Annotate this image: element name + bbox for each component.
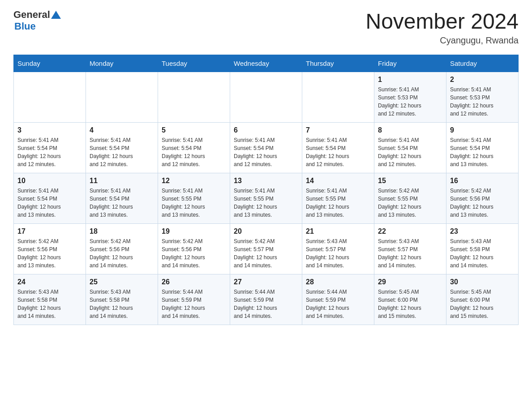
calendar-cell: 6Sunrise: 5:41 AMSunset: 5:54 PMDaylight… (230, 123, 302, 173)
calendar-cell: 13Sunrise: 5:41 AMSunset: 5:55 PMDayligh… (230, 173, 302, 224)
day-info: Sunrise: 5:41 AMSunset: 5:54 PMDaylight:… (378, 136, 442, 168)
location-title: Cyangugu, Rwanda (365, 35, 519, 46)
day-info: Sunrise: 5:43 AMSunset: 5:58 PMDaylight:… (17, 288, 82, 320)
logo: General Blue (13, 9, 61, 32)
calendar-cell: 11Sunrise: 5:41 AMSunset: 5:54 PMDayligh… (86, 173, 158, 224)
calendar-cell: 24Sunrise: 5:43 AMSunset: 5:58 PMDayligh… (14, 274, 86, 325)
calendar-week-row: 1Sunrise: 5:41 AMSunset: 5:53 PMDaylight… (14, 72, 519, 123)
calendar-table: Sunday Monday Tuesday Wednesday Thursday… (13, 55, 519, 325)
calendar-cell: 17Sunrise: 5:42 AMSunset: 5:56 PMDayligh… (14, 224, 86, 274)
day-number: 18 (90, 227, 154, 235)
calendar-cell: 19Sunrise: 5:42 AMSunset: 5:56 PMDayligh… (158, 224, 230, 274)
day-info: Sunrise: 5:45 AMSunset: 6:00 PMDaylight:… (450, 288, 515, 320)
calendar-cell: 7Sunrise: 5:41 AMSunset: 5:54 PMDaylight… (302, 123, 374, 173)
day-number: 27 (234, 278, 298, 286)
svg-marker-0 (51, 11, 61, 19)
col-sunday: Sunday (14, 55, 86, 72)
col-wednesday: Wednesday (230, 55, 302, 72)
day-number: 28 (306, 278, 370, 286)
day-info: Sunrise: 5:43 AMSunset: 5:57 PMDaylight:… (306, 237, 370, 270)
day-number: 11 (90, 177, 154, 185)
page-header: General Blue November 2024 Cyangugu, Rwa… (13, 9, 519, 46)
calendar-cell: 4Sunrise: 5:41 AMSunset: 5:54 PMDaylight… (86, 123, 158, 173)
calendar-week-row: 10Sunrise: 5:41 AMSunset: 5:54 PMDayligh… (14, 173, 519, 224)
day-info: Sunrise: 5:41 AMSunset: 5:54 PMDaylight:… (234, 136, 298, 168)
day-info: Sunrise: 5:41 AMSunset: 5:54 PMDaylight:… (306, 136, 370, 168)
calendar-week-row: 24Sunrise: 5:43 AMSunset: 5:58 PMDayligh… (14, 274, 519, 325)
calendar-cell: 26Sunrise: 5:44 AMSunset: 5:59 PMDayligh… (158, 274, 230, 325)
day-info: Sunrise: 5:41 AMSunset: 5:55 PMDaylight:… (162, 187, 226, 219)
calendar-cell: 28Sunrise: 5:44 AMSunset: 5:59 PMDayligh… (302, 274, 374, 325)
day-number: 21 (306, 227, 370, 235)
day-info: Sunrise: 5:43 AMSunset: 5:58 PMDaylight:… (90, 288, 154, 320)
day-info: Sunrise: 5:41 AMSunset: 5:55 PMDaylight:… (234, 187, 298, 219)
col-tuesday: Tuesday (158, 55, 230, 72)
calendar-cell: 29Sunrise: 5:45 AMSunset: 6:00 PMDayligh… (374, 274, 446, 325)
day-number: 12 (162, 177, 226, 185)
calendar-cell: 14Sunrise: 5:41 AMSunset: 5:55 PMDayligh… (302, 173, 374, 224)
day-number: 24 (17, 278, 82, 286)
day-info: Sunrise: 5:42 AMSunset: 5:56 PMDaylight:… (90, 237, 154, 270)
day-info: Sunrise: 5:44 AMSunset: 5:59 PMDaylight:… (162, 288, 226, 320)
logo-blue-text: Blue (14, 21, 36, 32)
day-info: Sunrise: 5:42 AMSunset: 5:56 PMDaylight:… (162, 237, 226, 270)
day-info: Sunrise: 5:44 AMSunset: 5:59 PMDaylight:… (306, 288, 370, 320)
day-info: Sunrise: 5:41 AMSunset: 5:55 PMDaylight:… (306, 187, 370, 219)
day-number: 7 (306, 126, 370, 134)
day-info: Sunrise: 5:41 AMSunset: 5:54 PMDaylight:… (450, 136, 515, 168)
day-info: Sunrise: 5:41 AMSunset: 5:54 PMDaylight:… (17, 136, 82, 168)
day-info: Sunrise: 5:41 AMSunset: 5:54 PMDaylight:… (162, 136, 226, 168)
day-number: 25 (90, 278, 154, 286)
day-number: 29 (378, 278, 442, 286)
day-number: 6 (234, 126, 298, 134)
day-number: 15 (378, 177, 442, 185)
day-info: Sunrise: 5:43 AMSunset: 5:58 PMDaylight:… (450, 237, 515, 270)
day-number: 9 (450, 126, 515, 134)
calendar-cell: 18Sunrise: 5:42 AMSunset: 5:56 PMDayligh… (86, 224, 158, 274)
calendar-cell: 30Sunrise: 5:45 AMSunset: 6:00 PMDayligh… (446, 274, 519, 325)
calendar-cell: 12Sunrise: 5:41 AMSunset: 5:55 PMDayligh… (158, 173, 230, 224)
calendar-week-row: 17Sunrise: 5:42 AMSunset: 5:56 PMDayligh… (14, 224, 519, 274)
day-number: 1 (378, 76, 442, 84)
day-number: 30 (450, 278, 515, 286)
day-number: 13 (234, 177, 298, 185)
col-monday: Monday (86, 55, 158, 72)
calendar-cell: 1Sunrise: 5:41 AMSunset: 5:53 PMDaylight… (374, 72, 446, 123)
day-number: 20 (234, 227, 298, 235)
calendar-cell: 21Sunrise: 5:43 AMSunset: 5:57 PMDayligh… (302, 224, 374, 274)
day-number: 26 (162, 278, 226, 286)
day-number: 22 (378, 227, 442, 235)
day-info: Sunrise: 5:41 AMSunset: 5:54 PMDaylight:… (90, 136, 154, 168)
day-info: Sunrise: 5:43 AMSunset: 5:57 PMDaylight:… (378, 237, 442, 270)
calendar-cell: 25Sunrise: 5:43 AMSunset: 5:58 PMDayligh… (86, 274, 158, 325)
calendar-cell: 22Sunrise: 5:43 AMSunset: 5:57 PMDayligh… (374, 224, 446, 274)
day-number: 16 (450, 177, 515, 185)
title-section: November 2024 Cyangugu, Rwanda (365, 9, 519, 46)
day-info: Sunrise: 5:42 AMSunset: 5:55 PMDaylight:… (378, 187, 442, 219)
calendar-cell (86, 72, 158, 123)
calendar-cell: 16Sunrise: 5:42 AMSunset: 5:56 PMDayligh… (446, 173, 519, 224)
day-info: Sunrise: 5:42 AMSunset: 5:56 PMDaylight:… (17, 237, 82, 270)
day-number: 10 (17, 177, 82, 185)
calendar-cell: 23Sunrise: 5:43 AMSunset: 5:58 PMDayligh… (446, 224, 519, 274)
calendar-cell (230, 72, 302, 123)
day-info: Sunrise: 5:42 AMSunset: 5:56 PMDaylight:… (450, 187, 515, 219)
col-saturday: Saturday (446, 55, 519, 72)
calendar-header-row: Sunday Monday Tuesday Wednesday Thursday… (14, 55, 519, 72)
col-friday: Friday (374, 55, 446, 72)
calendar-cell: 15Sunrise: 5:42 AMSunset: 5:55 PMDayligh… (374, 173, 446, 224)
calendar-cell (302, 72, 374, 123)
day-number: 14 (306, 177, 370, 185)
day-info: Sunrise: 5:41 AMSunset: 5:54 PMDaylight:… (17, 187, 82, 219)
day-number: 5 (162, 126, 226, 134)
month-title: November 2024 (365, 9, 519, 34)
day-info: Sunrise: 5:42 AMSunset: 5:57 PMDaylight:… (234, 237, 298, 270)
calendar-cell: 5Sunrise: 5:41 AMSunset: 5:54 PMDaylight… (158, 123, 230, 173)
calendar-cell (158, 72, 230, 123)
calendar-cell: 20Sunrise: 5:42 AMSunset: 5:57 PMDayligh… (230, 224, 302, 274)
day-info: Sunrise: 5:44 AMSunset: 5:59 PMDaylight:… (234, 288, 298, 320)
day-number: 2 (450, 76, 515, 84)
day-number: 19 (162, 227, 226, 235)
day-number: 23 (450, 227, 515, 235)
calendar-cell: 27Sunrise: 5:44 AMSunset: 5:59 PMDayligh… (230, 274, 302, 325)
